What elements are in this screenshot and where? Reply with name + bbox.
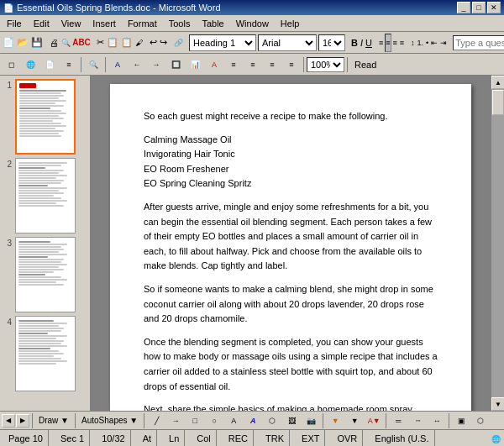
- new-button[interactable]: 📄: [2, 34, 15, 52]
- draw-menu[interactable]: Draw ▼: [35, 412, 72, 430]
- italic-button[interactable]: I: [360, 34, 364, 52]
- arrow-button[interactable]: →: [166, 412, 185, 430]
- menu-help[interactable]: Help: [276, 17, 305, 30]
- menu-table[interactable]: Table: [197, 17, 228, 30]
- line-style-button[interactable]: ═: [389, 412, 407, 430]
- menu-file[interactable]: File: [2, 17, 27, 30]
- fill-color-button[interactable]: ▼: [326, 412, 344, 430]
- scroll-thumb[interactable]: [492, 90, 504, 115]
- toolbar-1: 📄 📂 💾 🖨 🔍 ABC ✂ 📋 📋 🖌 ↩ ↪ 🔗 Heading 1 Ar…: [0, 32, 504, 54]
- page-thumb-2[interactable]: 2: [3, 158, 87, 233]
- page-thumbnail-panel[interactable]: 1: [0, 76, 91, 411]
- tb2-b7[interactable]: ≡: [224, 55, 243, 74]
- page-thumb-1[interactable]: 1: [3, 79, 87, 155]
- open-button[interactable]: 📂: [16, 34, 29, 52]
- line-spacing-button[interactable]: ↕: [410, 34, 416, 52]
- arrow-style-button[interactable]: ↔: [428, 412, 446, 430]
- save-button[interactable]: 💾: [30, 34, 44, 52]
- bullets-button[interactable]: •: [425, 34, 429, 52]
- outline-view-button[interactable]: ≡: [60, 55, 78, 74]
- bold-button[interactable]: B: [350, 34, 359, 52]
- tb2-b6[interactable]: A: [205, 55, 223, 74]
- align-center-button[interactable]: ≡: [385, 34, 391, 52]
- style-dropdown[interactable]: Heading 1: [189, 34, 256, 51]
- wordart-button[interactable]: A: [244, 412, 262, 430]
- zoom-dropdown[interactable]: 100%: [307, 57, 344, 72]
- thumbnail-4[interactable]: [15, 316, 76, 391]
- picture-button[interactable]: 📷: [302, 412, 320, 430]
- decrease-indent-button[interactable]: ⇤: [430, 34, 438, 52]
- textbox-button[interactable]: A: [224, 412, 243, 430]
- title-bar: 📄 Essential Oils Spring Blends.doc - Mic…: [0, 0, 504, 15]
- intro-paragraph: So each guest might receive a recipe to …: [144, 109, 438, 124]
- maximize-button[interactable]: □: [472, 2, 486, 13]
- copy-button[interactable]: 📋: [106, 34, 119, 52]
- font-color-button[interactable]: A▼: [365, 412, 383, 430]
- close-button[interactable]: ✕: [487, 2, 501, 13]
- underline-button[interactable]: U: [365, 34, 373, 52]
- scroll-up-button[interactable]: ▲: [491, 76, 504, 89]
- tb2-sep-4: [347, 57, 348, 72]
- menu-tools[interactable]: Tools: [164, 17, 196, 30]
- normal-view-button[interactable]: ◻: [2, 55, 20, 74]
- tb2-b1[interactable]: A: [108, 55, 127, 74]
- help-search-input[interactable]: [453, 35, 504, 50]
- diagram-button[interactable]: ⬡: [263, 412, 281, 430]
- font-dropdown[interactable]: Arial: [258, 34, 317, 51]
- web-view-button[interactable]: 🌐: [21, 55, 39, 74]
- dash-style-button[interactable]: ╌: [408, 412, 427, 430]
- increase-indent-button[interactable]: ⇥: [439, 34, 448, 52]
- thumbnail-1[interactable]: [15, 79, 76, 155]
- print-view-button[interactable]: 📄: [40, 55, 59, 74]
- thumbnail-2[interactable]: [15, 158, 76, 233]
- cut-button[interactable]: ✂: [96, 34, 105, 52]
- line-color-button[interactable]: ▼: [345, 412, 364, 430]
- menu-edit[interactable]: Edit: [29, 17, 55, 30]
- numbering-button[interactable]: 1.: [417, 34, 425, 52]
- paste-button[interactable]: 📋: [120, 34, 134, 52]
- thumbnail-3[interactable]: [15, 237, 76, 312]
- print-preview-button[interactable]: 🔍: [60, 34, 71, 52]
- menu-window[interactable]: Window: [231, 17, 274, 30]
- size-dropdown[interactable]: 16: [318, 34, 345, 51]
- align-justify-button[interactable]: ≡: [399, 34, 405, 52]
- menu-insert[interactable]: Insert: [87, 17, 121, 30]
- tb2-b5[interactable]: 📊: [186, 55, 204, 74]
- align-left-button[interactable]: ≡: [378, 34, 384, 52]
- tb2-b9[interactable]: ≡: [263, 55, 281, 74]
- hyperlink-button[interactable]: 🔗: [173, 34, 184, 52]
- scroll-track[interactable]: [491, 89, 504, 397]
- tb2-b8[interactable]: ≡: [244, 55, 262, 74]
- page-thumb-4[interactable]: 4: [3, 316, 87, 391]
- minimize-button[interactable]: _: [457, 2, 470, 13]
- vertical-scrollbar[interactable]: ▲ ▼: [491, 76, 504, 411]
- format-painter-button[interactable]: 🖌: [134, 34, 144, 52]
- undo-button[interactable]: ↩: [149, 34, 158, 52]
- tb2-b3[interactable]: →: [147, 55, 165, 74]
- tb2-b2[interactable]: ←: [128, 55, 146, 74]
- line-button[interactable]: ╱: [147, 412, 165, 430]
- clipart-button[interactable]: 🖼: [282, 412, 301, 430]
- tb2-b4[interactable]: 🔲: [166, 55, 185, 74]
- sec-label: Sec 1: [60, 433, 84, 443]
- read-button[interactable]: Read: [350, 55, 381, 74]
- redo-button[interactable]: ↪: [159, 34, 168, 52]
- scroll-down-button[interactable]: ▼: [491, 397, 504, 411]
- oval-button[interactable]: ○: [205, 412, 223, 430]
- tb2-sep-2: [105, 57, 106, 72]
- 3d-button[interactable]: ⬡: [471, 412, 490, 430]
- spell-button[interactable]: ABC: [72, 34, 91, 52]
- menu-format[interactable]: Format: [123, 17, 162, 30]
- autoshapes-button[interactable]: AutoShapes ▼: [78, 412, 141, 430]
- h-scroll-left[interactable]: ◀: [2, 414, 15, 428]
- magnifier-button[interactable]: 🔍: [84, 55, 102, 74]
- print-button[interactable]: 🖨: [49, 34, 60, 52]
- h-scroll-right[interactable]: ▶: [16, 414, 29, 428]
- page-thumb-3[interactable]: 3: [3, 237, 87, 312]
- menu-view[interactable]: View: [56, 17, 87, 30]
- lang-status: English (U.S.: [370, 430, 434, 446]
- shadow-button[interactable]: ▣: [452, 412, 470, 430]
- rect-button[interactable]: □: [186, 412, 204, 430]
- align-right-button[interactable]: ≡: [392, 34, 398, 52]
- tb2-b10[interactable]: ≡: [282, 55, 301, 74]
